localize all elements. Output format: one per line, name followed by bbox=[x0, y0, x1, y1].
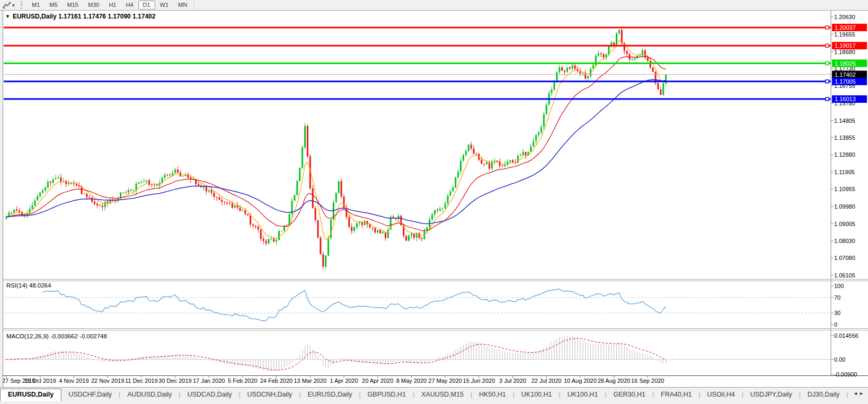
date-tick-label: 5 Feb 2020 bbox=[228, 378, 258, 384]
chart-tab-xauusd-m15[interactable]: XAUUSD,M15 bbox=[414, 389, 471, 401]
chart-tab-usdcad-daily[interactable]: USDCAD,Daily bbox=[180, 389, 238, 401]
macd-tick-label: 0.014556 bbox=[834, 333, 858, 339]
tabs-scroll-left-icon[interactable]: ◂ bbox=[854, 390, 857, 396]
chart-tab-usdchf-daily[interactable]: USDCHF,Daily bbox=[61, 389, 119, 401]
hline-handle-support-2[interactable] bbox=[826, 97, 829, 101]
timeframe-button-h4[interactable]: H4 bbox=[121, 1, 138, 10]
price-badge-label: 1.17402 bbox=[835, 71, 856, 78]
date-tick-label: 28 Aug 2020 bbox=[598, 378, 631, 384]
date-tick-label: 1 Apr 2020 bbox=[330, 378, 358, 384]
macd-tick-label: 0.00 bbox=[834, 356, 845, 363]
date-tick-label: 8 May 2020 bbox=[396, 378, 427, 384]
macd-tick-label: -0.00900 bbox=[834, 371, 857, 378]
date-tick-label: 20 Apr 2020 bbox=[362, 378, 393, 384]
timeframe-button-w1[interactable]: W1 bbox=[155, 1, 174, 10]
timeframe-button-m15[interactable]: M15 bbox=[63, 1, 83, 10]
date-tick-label: 3 Jul 2020 bbox=[499, 378, 526, 384]
collapse-triangle-icon[interactable]: ▼ bbox=[5, 14, 10, 19]
chart-title: ▼EURUSD,Daily 1.17161 1.17476 1.17090 1.… bbox=[5, 13, 155, 20]
date-tick-label: 30 Dec 2019 bbox=[158, 378, 191, 384]
chart-tabs: EURUSD,DailyUSDCHF,Daily|AUDUSD,Daily|US… bbox=[0, 389, 851, 401]
price-tick-label: 1.18680 bbox=[834, 49, 855, 55]
price-tick-label: 1.19655 bbox=[834, 31, 855, 38]
timeframe-button-m1[interactable]: M1 bbox=[27, 1, 45, 10]
macd-indicator-label: MACD(12,26,9) -0.003662 -0.002748 bbox=[6, 333, 107, 339]
tabs-scroll-right-icon[interactable]: ▸ bbox=[860, 390, 863, 396]
price-tick-label: 1.08030 bbox=[834, 238, 855, 244]
chart-tab-eurusd-daily[interactable]: EURUSD,Daily bbox=[0, 389, 61, 401]
price-badge-label: 1.19017 bbox=[835, 42, 856, 49]
price-tick-label: 1.12880 bbox=[834, 151, 855, 158]
hline-handle-resistance-1[interactable] bbox=[826, 26, 829, 29]
rsi-tick-label: 30 bbox=[834, 310, 840, 316]
hline-handle-pivot-line[interactable] bbox=[826, 62, 829, 65]
date-tick-label: 10 Aug 2020 bbox=[564, 378, 597, 384]
chart-tab-usdjpy-daily[interactable]: USDJPY,Daily bbox=[743, 389, 799, 401]
hline-handle-support-1[interactable] bbox=[826, 80, 829, 83]
price-tick-label: 1.14805 bbox=[834, 118, 855, 124]
chart-tab-uk100-h1[interactable]: UK100,H1 bbox=[561, 389, 605, 401]
chart-tab-gbpusd-h1[interactable]: GBPUSD,H1 bbox=[361, 389, 413, 401]
chart-tab-fra40-h1[interactable]: FRA40,H1 bbox=[654, 389, 698, 401]
toolbar-grip[interactable] bbox=[21, 2, 25, 9]
timeframe-button-m5[interactable]: M5 bbox=[45, 1, 62, 10]
price-tick-label: 1.20630 bbox=[834, 14, 855, 20]
timeframe-button-m30[interactable]: M30 bbox=[83, 1, 104, 10]
timeframe-button-h1[interactable]: H1 bbox=[104, 1, 121, 10]
price-tick-label: 1.09005 bbox=[834, 221, 855, 227]
window-left-edge bbox=[0, 10, 3, 387]
date-tick-label: 16 Sep 2020 bbox=[631, 378, 664, 384]
rsi-tick-label: 100 bbox=[834, 283, 844, 289]
hline-handle-resistance-2[interactable] bbox=[826, 44, 829, 47]
date-tick-label: 24 Feb 2020 bbox=[260, 378, 293, 384]
date-tick-label: 13 Mar 2020 bbox=[294, 378, 326, 384]
chart-tab-ger30-h1[interactable]: GER30,H1 bbox=[606, 389, 652, 401]
chart-tab-hk50-h1[interactable]: HK50,H1 bbox=[472, 389, 513, 401]
price-tick-label: 1.06105 bbox=[834, 272, 855, 279]
date-tick-label: 27 May 2020 bbox=[428, 378, 462, 384]
top-toolbar: ▾ M1M5M15M30H1H4D1W1MN bbox=[0, 0, 868, 11]
chart-canvas[interactable]: 1.206301.196551.186801.177301.167551.157… bbox=[0, 0, 868, 404]
chart-tab-bar: EURUSD,DailyUSDCHF,Daily|AUDUSD,Daily|US… bbox=[0, 387, 868, 404]
price-tick-label: 1.11905 bbox=[834, 169, 855, 175]
chart-tab-eurusd-daily[interactable]: EURUSD,Daily bbox=[300, 389, 359, 401]
date-tick-label: 15 Jun 2020 bbox=[463, 378, 495, 384]
date-tick-label: 16 Oct 2019 bbox=[24, 378, 56, 384]
rsi-indicator-label: RSI(14) 48.0264 bbox=[6, 282, 51, 289]
toolbar-separator bbox=[194, 1, 194, 10]
chart-tab-usdcnh-daily[interactable]: USDCNH,Daily bbox=[241, 389, 299, 401]
indicator-arrow-icon[interactable] bbox=[2, 1, 12, 10]
price-badge-label: 1.17005 bbox=[835, 78, 856, 85]
price-tick-label: 1.09980 bbox=[834, 203, 855, 210]
timeframe-button-d1[interactable]: D1 bbox=[138, 1, 155, 10]
date-tick-label: 11 Dec 2019 bbox=[125, 378, 158, 384]
chart-ohlc-values: 1.17161 1.17476 1.17090 1.17402 bbox=[58, 13, 156, 20]
rsi-tick-label: 70 bbox=[834, 294, 840, 301]
date-tick-label: 22 Jul 2020 bbox=[532, 378, 562, 384]
date-tick-label: 4 Nov 2019 bbox=[59, 378, 88, 384]
timeframe-button-group: M1M5M15M30H1H4D1W1MN bbox=[27, 1, 192, 10]
date-tick-label: 22 Nov 2019 bbox=[91, 378, 124, 384]
price-badge-label: 1.18025 bbox=[835, 60, 856, 67]
chart-symbol-period: EURUSD,Daily bbox=[13, 13, 57, 20]
price-badge-label: 1.16013 bbox=[835, 96, 856, 102]
price-badge-label: 1.20037 bbox=[835, 24, 856, 31]
chart-tab-usoil-h4[interactable]: USOil,H4 bbox=[701, 389, 742, 401]
rsi-tick-label: 0 bbox=[834, 321, 837, 328]
dropdown-caret-icon[interactable]: ▾ bbox=[12, 1, 19, 10]
date-tick-label: 17 Jan 2020 bbox=[193, 378, 225, 384]
chart-tab-uk100-h1[interactable]: UK100,H1 bbox=[515, 389, 559, 401]
timeframe-button-mn[interactable]: MN bbox=[173, 1, 192, 10]
price-tick-label: 1.10955 bbox=[834, 186, 855, 192]
chart-tab-audusd-daily[interactable]: AUDUSD,Daily bbox=[120, 389, 179, 401]
price-tick-label: 1.13855 bbox=[834, 134, 855, 141]
price-tick-label: 1.07080 bbox=[834, 255, 855, 261]
chart-tab-dj30-daily[interactable]: DJ30,Daily bbox=[801, 389, 846, 401]
